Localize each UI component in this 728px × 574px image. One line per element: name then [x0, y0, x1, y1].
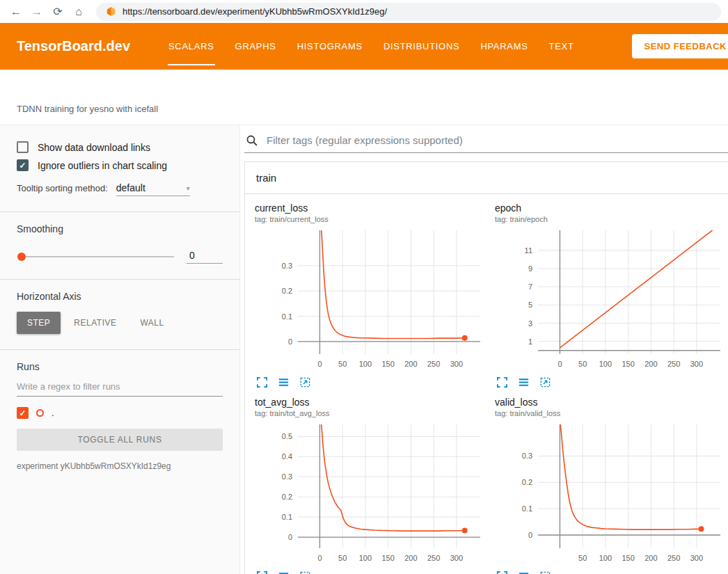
svg-text:50: 50 [338, 554, 347, 562]
svg-text:0.1: 0.1 [282, 513, 292, 521]
axis-button-step[interactable]: STEP [17, 312, 61, 334]
svg-text:200: 200 [404, 554, 417, 562]
smoothing-slider-row: 0 [17, 250, 223, 264]
browser-chrome: ← → ⟳ ⌂ https://tensorboard.dev/experime… [0, 0, 728, 23]
fit-domain-icon[interactable] [299, 571, 311, 574]
svg-text:50: 50 [578, 360, 587, 368]
tab-distributions[interactable]: DISTRIBUTIONS [373, 23, 470, 70]
tab-text[interactable]: TEXT [539, 23, 585, 70]
sidebar: Show data download links Ignore outliers… [0, 125, 240, 574]
experiment-caption: experiment yKUbhb5wRmOSXYkId1z9eg [17, 461, 223, 471]
tooltip-sorting-label: Tooltip sorting method: [17, 183, 108, 193]
svg-text:150: 150 [622, 554, 635, 562]
chart-toolbar [495, 571, 728, 574]
svg-text:0.3: 0.3 [282, 472, 292, 481]
chart-card: current_loss tag: train/current_loss 00.… [255, 202, 495, 391]
fit-domain-icon[interactable] [539, 571, 551, 574]
line-chart[interactable]: 00.10.20.350100150200250300 [495, 420, 726, 568]
expand-chart-icon[interactable] [256, 376, 268, 391]
svg-text:9: 9 [528, 264, 532, 273]
show-download-links-label: Show data download links [38, 142, 150, 153]
toggle-all-runs-button[interactable]: TOGGLE ALL RUNS [17, 429, 223, 451]
tooltip-sorting-dropdown[interactable]: default ▾ [116, 182, 190, 196]
svg-text:250: 250 [667, 554, 680, 562]
smoothing-slider[interactable] [18, 256, 174, 257]
svg-text:1: 1 [528, 337, 532, 346]
chart-card: epoch tag: train/epoch 13579110501001502… [495, 202, 728, 391]
sidebar-section-runs: Runs . TOGGLE ALL RUNS experiment yKUbhb… [0, 350, 239, 486]
svg-text:250: 250 [427, 360, 440, 368]
svg-text:100: 100 [599, 360, 612, 368]
search-icon [246, 134, 258, 147]
svg-text:250: 250 [667, 360, 680, 368]
sidebar-section-general: Show data download links Ignore outliers… [0, 125, 239, 212]
smoothing-value-field[interactable]: 0 [187, 250, 223, 264]
toggle-y-axis-icon[interactable] [518, 376, 530, 391]
toggle-y-axis-icon[interactable] [278, 571, 290, 574]
line-chart[interactable]: 00.10.20.30.40.5050100150200250300 [255, 420, 486, 568]
svg-text:0: 0 [288, 533, 292, 541]
tab-scalars[interactable]: SCALARS [158, 23, 225, 70]
svg-text:0: 0 [288, 337, 292, 346]
fit-domain-icon[interactable] [539, 376, 551, 391]
expand-chart-icon[interactable] [496, 571, 508, 574]
svg-text:200: 200 [404, 360, 417, 368]
main-panel: train current_loss tag: train/current_lo… [240, 125, 728, 574]
chart-toolbar [495, 376, 728, 391]
back-icon[interactable]: ← [7, 6, 25, 18]
svg-text:0: 0 [317, 554, 322, 562]
chart-tag: tag: train/tot_avg_loss [255, 408, 495, 419]
runs-filter-input[interactable] [17, 376, 223, 397]
tab-graphs[interactable]: GRAPHS [225, 23, 287, 70]
run-name: . [52, 408, 54, 418]
axis-button-wall[interactable]: WALL [129, 312, 174, 334]
chart-tag: tag: train/current_loss [255, 214, 495, 225]
tag-group-header[interactable]: train [245, 162, 728, 194]
url-text: https://tensorboard.dev/experiment/yKUbh… [122, 6, 387, 17]
reload-icon[interactable]: ⟳ [49, 5, 67, 18]
screen: ← → ⟳ ⌂ https://tensorboard.dev/experime… [0, 0, 728, 574]
svg-text:300: 300 [450, 554, 463, 562]
svg-text:0: 0 [317, 360, 322, 368]
toggle-y-axis-icon[interactable] [518, 571, 530, 574]
svg-text:50: 50 [578, 554, 587, 562]
line-chart[interactable]: 1357911050100150200250300 [495, 226, 726, 374]
svg-text:0.1: 0.1 [522, 504, 532, 513]
svg-text:0.3: 0.3 [522, 452, 532, 460]
svg-text:0.1: 0.1 [282, 312, 292, 321]
svg-text:0.3: 0.3 [282, 262, 292, 270]
expand-chart-icon[interactable] [496, 376, 508, 391]
svg-text:100: 100 [359, 360, 372, 368]
svg-text:0.2: 0.2 [282, 287, 292, 295]
run-color-circle[interactable] [36, 409, 44, 417]
show-download-links-checkbox[interactable] [17, 141, 29, 153]
svg-text:150: 150 [382, 554, 395, 562]
run-checkbox[interactable] [17, 407, 29, 419]
axis-button-relative[interactable]: RELATIVE [63, 312, 127, 334]
nav-tabs: SCALARSGRAPHSHISTOGRAMSDISTRIBUTIONSHPAR… [158, 23, 585, 70]
svg-text:11: 11 [525, 246, 532, 255]
smoothing-slider-thumb[interactable] [17, 253, 26, 261]
content: Show data download links Ignore outliers… [0, 125, 728, 574]
ignore-outliers-row: Ignore outliers in chart scaling [17, 159, 223, 171]
show-download-links-row: Show data download links [17, 141, 223, 153]
svg-text:300: 300 [450, 360, 463, 368]
home-icon[interactable]: ⌂ [70, 6, 88, 18]
experiment-header: TDNN training for yesno with icefall [0, 70, 728, 125]
chart-toolbar [255, 376, 495, 391]
forward-icon[interactable]: → [28, 6, 46, 18]
fit-domain-icon[interactable] [299, 376, 311, 391]
toggle-y-axis-icon[interactable] [278, 376, 290, 391]
expand-chart-icon[interactable] [256, 571, 268, 574]
tab-hparams[interactable]: HPARAMS [470, 23, 538, 70]
svg-text:0.2: 0.2 [522, 478, 532, 486]
address-bar[interactable]: https://tensorboard.dev/experiment/yKUbh… [96, 3, 721, 21]
tensorboard-favicon [106, 6, 116, 17]
svg-text:0.5: 0.5 [282, 432, 292, 440]
send-feedback-button[interactable]: SEND FEEDBACK [632, 34, 728, 58]
tooltip-sorting-value: default [116, 182, 145, 193]
tab-histograms[interactable]: HISTOGRAMS [287, 23, 373, 70]
line-chart[interactable]: 00.10.20.3050100150200250300 [255, 226, 486, 374]
tag-filter-input[interactable] [265, 134, 728, 147]
ignore-outliers-checkbox[interactable] [17, 159, 29, 171]
